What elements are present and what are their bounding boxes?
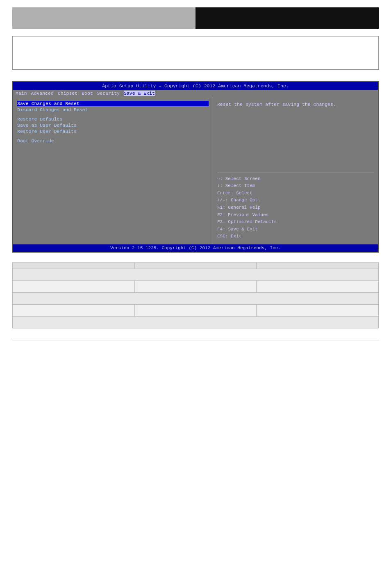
bios-right-panel: Reset the system after saving the change… (213, 97, 378, 244)
bios-menu-security[interactable]: Security (97, 91, 120, 96)
key-help-line-8: F4: Save & Exit (217, 226, 374, 233)
table-row (13, 317, 379, 328)
bios-menu-bar[interactable]: Main Advanced Chipset Boot Security Save… (13, 90, 378, 97)
key-help-line-9: ESC: Exit (217, 233, 374, 240)
table-row (13, 305, 379, 317)
bios-spacer-2 (17, 135, 209, 138)
table-header-col1 (13, 263, 135, 269)
bios-menu-main[interactable]: Main (16, 91, 27, 96)
bios-key-help: ↔: Select Screen ↕: Select Item Enter: S… (217, 173, 374, 240)
top-header (12, 7, 379, 29)
table-cell-full-1 (13, 269, 379, 281)
data-table (12, 262, 379, 328)
header-right (196, 7, 379, 29)
table-cell-4c (257, 305, 379, 317)
bios-menu-boot[interactable]: Boot (82, 91, 93, 96)
bios-menu-chipset[interactable]: Chipset (58, 91, 77, 96)
bios-footer: Version 2.15.1225. Copyright (C) 2012 Am… (13, 244, 378, 252)
table-cell-full-3 (13, 293, 379, 305)
table-cell-2b (134, 281, 257, 293)
table-section (12, 262, 379, 328)
table-header-row (13, 263, 379, 269)
key-help-line-5: F1: General Help (217, 204, 374, 212)
header-left (12, 7, 196, 29)
bios-body: Save Changes and Reset Discard Changes a… (13, 97, 378, 244)
bios-item-save-user[interactable]: Save as User Defaults (17, 123, 209, 128)
table-row (13, 281, 379, 293)
table-header-col2 (134, 263, 257, 269)
bios-spacer-1 (17, 113, 209, 116)
table-header-col3 (257, 263, 379, 269)
table-cell-4b (134, 305, 257, 317)
key-help-line-3: Enter: Select (217, 190, 374, 197)
bios-container: Aptio Setup Utility – Copyright (C) 2012… (12, 81, 379, 253)
bios-help-text: Reset the system after saving the change… (217, 101, 374, 169)
bios-menu-save-exit[interactable]: Save & Exit (124, 91, 155, 96)
bottom-divider (12, 340, 379, 340)
bios-item-restore-user[interactable]: Restore User Defaults (17, 129, 209, 134)
table-cell-2a (13, 281, 135, 293)
bios-item-discard-reset[interactable]: Discard Changes and Reset (17, 107, 209, 112)
bios-left-panel: Save Changes and Reset Discard Changes a… (13, 97, 213, 244)
table-cell-2c (257, 281, 379, 293)
bios-item-boot-override[interactable]: Boot Override (17, 138, 209, 144)
bios-title: Aptio Setup Utility – Copyright (C) 2012… (13, 82, 378, 90)
bios-item-restore-defaults[interactable]: Restore Defaults (17, 116, 209, 122)
key-help-line-2: ↕: Select Item (217, 182, 374, 190)
bios-item-save-reset[interactable]: Save Changes and Reset (17, 101, 209, 106)
bios-menu-advanced[interactable]: Advanced (31, 91, 54, 96)
table-row (13, 269, 379, 281)
key-help-line-6: F2: Previous Values (217, 212, 374, 219)
table-row (13, 293, 379, 305)
key-help-line-4: +/-: Change Opt. (217, 197, 374, 204)
key-help-line-7: F3: Optimized Defaults (217, 219, 374, 226)
table-cell-full-5 (13, 317, 379, 328)
table-cell-4a (13, 305, 135, 317)
key-help-line-1: ↔: Select Screen (217, 175, 374, 183)
description-box (12, 36, 379, 70)
